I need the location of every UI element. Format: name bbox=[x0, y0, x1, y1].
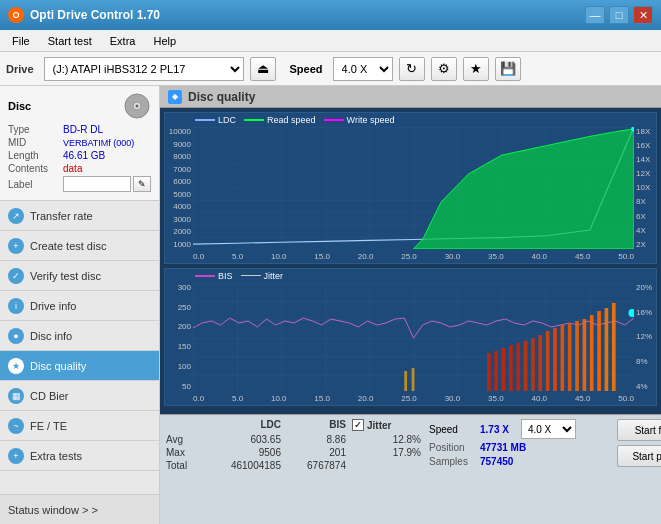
max-label: Max bbox=[166, 447, 206, 458]
sidebar-item-transfer-rate[interactable]: ↗ Transfer rate bbox=[0, 201, 159, 231]
contents-label: Contents bbox=[8, 163, 63, 174]
refresh-button[interactable]: ↻ bbox=[399, 57, 425, 81]
ldc-header: LDC bbox=[206, 419, 281, 431]
svg-rect-26 bbox=[612, 303, 616, 391]
sidebar-item-disc-info[interactable]: ● Disc info bbox=[0, 321, 159, 351]
drive-info-icon: i bbox=[8, 298, 24, 314]
legend-read-speed: Read speed bbox=[267, 115, 316, 125]
verify-test-disc-icon: ✓ bbox=[8, 268, 24, 284]
maximize-button[interactable]: □ bbox=[609, 6, 629, 24]
menu-file[interactable]: File bbox=[4, 33, 38, 49]
fe-te-icon: ~ bbox=[8, 418, 24, 434]
avg-label: Avg bbox=[166, 434, 206, 445]
sidebar-item-extra-tests[interactable]: + Extra tests bbox=[0, 441, 159, 471]
legend-bis: BIS bbox=[218, 271, 233, 281]
disc-info-icon: ● bbox=[8, 328, 24, 344]
menu-help[interactable]: Help bbox=[145, 33, 184, 49]
label-input[interactable] bbox=[63, 176, 131, 192]
svg-rect-21 bbox=[575, 321, 579, 391]
bis-header: BIS bbox=[281, 419, 346, 431]
jitter-checkbox[interactable]: ✓ bbox=[352, 419, 364, 431]
eject-button[interactable]: ⏏ bbox=[250, 57, 276, 81]
status-window-label: Status window > > bbox=[8, 504, 98, 516]
sidebar-item-drive-info[interactable]: i Drive info bbox=[0, 291, 159, 321]
svg-rect-11 bbox=[502, 348, 506, 391]
panel-title: Disc quality bbox=[188, 90, 255, 104]
svg-rect-22 bbox=[583, 319, 587, 391]
svg-rect-25 bbox=[605, 308, 609, 391]
drive-select[interactable]: (J:) ATAPI iHBS312 2 PL17 bbox=[44, 57, 244, 81]
svg-rect-15 bbox=[531, 338, 535, 391]
svg-rect-24 bbox=[597, 311, 601, 391]
jitter-header: Jitter bbox=[367, 420, 391, 431]
start-part-button[interactable]: Start part bbox=[617, 445, 661, 467]
transfer-rate-icon: ↗ bbox=[8, 208, 24, 224]
length-value: 46.61 GB bbox=[63, 150, 105, 161]
sidebar: Disc Type BD-R DL MID VERBATIMf (000) Le… bbox=[0, 86, 160, 524]
length-label: Length bbox=[8, 150, 63, 161]
avg-jitter: 12.8% bbox=[346, 434, 421, 445]
sidebar-item-verify-test-disc[interactable]: ✓ Verify test disc bbox=[0, 261, 159, 291]
speed-select[interactable]: 4.0 X bbox=[333, 57, 393, 81]
speed-stat-select[interactable]: 4.0 X bbox=[521, 419, 576, 439]
mid-label: MID bbox=[8, 137, 63, 148]
extra-tests-icon: + bbox=[8, 448, 24, 464]
label-label: Label bbox=[8, 179, 63, 190]
sidebar-item-disc-quality[interactable]: ★ Disc quality bbox=[0, 351, 159, 381]
svg-rect-18 bbox=[553, 328, 557, 391]
svg-rect-12 bbox=[509, 345, 513, 391]
right-panel: ◆ Disc quality LDC Read speed bbox=[160, 86, 661, 524]
chart1: LDC Read speed Write speed 1000090008000… bbox=[164, 112, 657, 264]
type-label: Type bbox=[8, 124, 63, 135]
save-button[interactable]: 💾 bbox=[495, 57, 521, 81]
svg-rect-19 bbox=[561, 325, 565, 391]
chart2: BIS Jitter 30025020015010050 20%16%12%8%… bbox=[164, 268, 657, 406]
avg-ldc: 603.65 bbox=[206, 434, 281, 445]
svg-rect-23 bbox=[590, 315, 594, 391]
label-edit-button[interactable]: ✎ bbox=[133, 176, 151, 192]
position-value: 47731 MB bbox=[480, 442, 526, 453]
drive-label: Drive bbox=[6, 63, 34, 75]
mid-value: VERBATIMf (000) bbox=[63, 138, 134, 148]
status-window-button[interactable]: Status window > > bbox=[0, 494, 159, 524]
disc-panel: Disc Type BD-R DL MID VERBATIMf (000) Le… bbox=[0, 86, 159, 201]
app-title: Opti Drive Control 1.70 bbox=[30, 8, 160, 22]
settings-button[interactable]: ⚙ bbox=[431, 57, 457, 81]
svg-rect-9 bbox=[487, 353, 491, 391]
panel-title-bar: ◆ Disc quality bbox=[160, 86, 661, 108]
samples-label: Samples bbox=[429, 456, 474, 467]
total-ldc: 461004185 bbox=[206, 460, 281, 471]
close-button[interactable]: ✕ bbox=[633, 6, 653, 24]
stats-panel: LDC BIS ✓ Jitter Avg 603.65 8.86 12.8% bbox=[160, 414, 661, 524]
disc-quality-icon: ★ bbox=[8, 358, 24, 374]
minimize-button[interactable]: — bbox=[585, 6, 605, 24]
title-bar: O Opti Drive Control 1.70 — □ ✕ bbox=[0, 0, 661, 30]
sidebar-item-fe-te[interactable]: ~ FE / TE bbox=[0, 411, 159, 441]
legend-write-speed: Write speed bbox=[347, 115, 395, 125]
svg-rect-14 bbox=[524, 341, 528, 391]
samples-value: 757450 bbox=[480, 456, 513, 467]
svg-rect-27 bbox=[404, 371, 407, 391]
max-jitter: 17.9% bbox=[346, 447, 421, 458]
toolbar: Drive (J:) ATAPI iHBS312 2 PL17 ⏏ Speed … bbox=[0, 52, 661, 86]
start-full-button[interactable]: Start full bbox=[617, 419, 661, 441]
sidebar-item-cd-bier[interactable]: ▦ CD Bier bbox=[0, 381, 159, 411]
create-test-disc-icon: + bbox=[8, 238, 24, 254]
sidebar-item-create-test-disc[interactable]: + Create test disc bbox=[0, 231, 159, 261]
menu-start-test[interactable]: Start test bbox=[40, 33, 100, 49]
svg-rect-28 bbox=[412, 368, 415, 391]
disc-icon bbox=[123, 92, 151, 120]
type-value: BD-R DL bbox=[63, 124, 103, 135]
disc-title: Disc bbox=[8, 100, 31, 112]
speed-stat-label: Speed bbox=[429, 424, 474, 435]
menu-extra[interactable]: Extra bbox=[102, 33, 144, 49]
svg-rect-13 bbox=[516, 343, 520, 391]
max-ldc: 9506 bbox=[206, 447, 281, 458]
legend-jitter: Jitter bbox=[264, 271, 284, 281]
menu-bar: File Start test Extra Help bbox=[0, 30, 661, 52]
svg-point-2 bbox=[136, 105, 139, 108]
extra-button[interactable]: ★ bbox=[463, 57, 489, 81]
cd-bier-icon: ▦ bbox=[8, 388, 24, 404]
svg-rect-10 bbox=[494, 351, 498, 391]
app-icon: O bbox=[8, 7, 24, 23]
